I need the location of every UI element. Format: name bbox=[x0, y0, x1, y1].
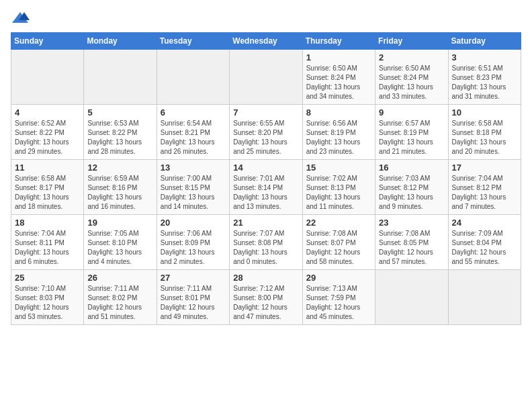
day-number: 3 bbox=[452, 52, 517, 62]
day-info: Sunrise: 7:01 AM Sunset: 8:14 PM Dayligh… bbox=[233, 174, 298, 212]
day-number: 23 bbox=[379, 218, 444, 228]
day-number: 21 bbox=[233, 218, 298, 228]
calendar-cell bbox=[375, 270, 448, 325]
calendar-cell: 2Sunrise: 6:50 AM Sunset: 8:24 PM Daylig… bbox=[375, 50, 448, 105]
day-info: Sunrise: 6:56 AM Sunset: 8:19 PM Dayligh… bbox=[306, 119, 371, 156]
day-info: Sunrise: 6:53 AM Sunset: 8:22 PM Dayligh… bbox=[87, 119, 152, 156]
calendar-cell: 27Sunrise: 7:11 AM Sunset: 8:01 PM Dayli… bbox=[157, 270, 229, 325]
calendar-cell: 9Sunrise: 6:57 AM Sunset: 8:19 PM Daylig… bbox=[375, 105, 448, 160]
week-row-1: 1Sunrise: 6:50 AM Sunset: 8:24 PM Daylig… bbox=[11, 50, 521, 105]
calendar-cell: 4Sunrise: 6:52 AM Sunset: 8:22 PM Daylig… bbox=[11, 105, 84, 160]
day-number: 14 bbox=[233, 163, 298, 173]
day-info: Sunrise: 6:50 AM Sunset: 8:24 PM Dayligh… bbox=[379, 64, 444, 101]
logo bbox=[11, 11, 32, 26]
day-info: Sunrise: 7:12 AM Sunset: 8:00 PM Dayligh… bbox=[233, 284, 298, 322]
calendar-cell bbox=[448, 270, 521, 325]
day-info: Sunrise: 6:50 AM Sunset: 8:24 PM Dayligh… bbox=[306, 64, 371, 101]
day-number: 20 bbox=[161, 218, 226, 228]
calendar-cell: 12Sunrise: 6:59 AM Sunset: 8:16 PM Dayli… bbox=[84, 160, 157, 215]
day-number: 5 bbox=[87, 107, 152, 118]
calendar-cell bbox=[11, 50, 84, 105]
day-info: Sunrise: 7:11 AM Sunset: 8:01 PM Dayligh… bbox=[161, 284, 226, 322]
calendar-cell bbox=[230, 50, 302, 105]
calendar-cell: 14Sunrise: 7:01 AM Sunset: 8:14 PM Dayli… bbox=[230, 160, 302, 215]
day-number: 16 bbox=[379, 163, 444, 173]
calendar-cell: 6Sunrise: 6:54 AM Sunset: 8:21 PM Daylig… bbox=[157, 105, 229, 160]
day-info: Sunrise: 7:10 AM Sunset: 8:03 PM Dayligh… bbox=[15, 284, 80, 322]
day-number: 7 bbox=[233, 107, 298, 118]
day-number: 24 bbox=[452, 218, 517, 228]
week-row-2: 4Sunrise: 6:52 AM Sunset: 8:22 PM Daylig… bbox=[11, 105, 521, 160]
calendar-cell: 8Sunrise: 6:56 AM Sunset: 8:19 PM Daylig… bbox=[302, 105, 375, 160]
day-info: Sunrise: 7:03 AM Sunset: 8:12 PM Dayligh… bbox=[379, 174, 444, 212]
logo-icon bbox=[11, 11, 30, 26]
calendar-cell: 24Sunrise: 7:09 AM Sunset: 8:04 PM Dayli… bbox=[448, 215, 521, 270]
day-info: Sunrise: 7:08 AM Sunset: 8:05 PM Dayligh… bbox=[379, 229, 444, 267]
day-number: 4 bbox=[15, 107, 80, 118]
day-number: 9 bbox=[379, 107, 444, 118]
calendar-cell: 10Sunrise: 6:58 AM Sunset: 8:18 PM Dayli… bbox=[448, 105, 521, 160]
day-info: Sunrise: 7:02 AM Sunset: 8:13 PM Dayligh… bbox=[306, 174, 371, 212]
day-info: Sunrise: 6:58 AM Sunset: 8:18 PM Dayligh… bbox=[452, 119, 517, 156]
calendar-cell: 13Sunrise: 7:00 AM Sunset: 8:15 PM Dayli… bbox=[157, 160, 229, 215]
calendar-cell: 11Sunrise: 6:58 AM Sunset: 8:17 PM Dayli… bbox=[11, 160, 84, 215]
day-info: Sunrise: 6:51 AM Sunset: 8:23 PM Dayligh… bbox=[452, 64, 517, 101]
calendar-cell: 28Sunrise: 7:12 AM Sunset: 8:00 PM Dayli… bbox=[230, 270, 302, 325]
day-info: Sunrise: 7:06 AM Sunset: 8:09 PM Dayligh… bbox=[161, 229, 226, 267]
day-number: 13 bbox=[161, 163, 226, 173]
day-info: Sunrise: 6:52 AM Sunset: 8:22 PM Dayligh… bbox=[15, 119, 80, 156]
header-row: SundayMondayTuesdayWednesdayThursdayFrid… bbox=[11, 33, 521, 50]
day-info: Sunrise: 7:09 AM Sunset: 8:04 PM Dayligh… bbox=[452, 229, 517, 267]
day-info: Sunrise: 6:57 AM Sunset: 8:19 PM Dayligh… bbox=[379, 119, 444, 156]
day-info: Sunrise: 7:00 AM Sunset: 8:15 PM Dayligh… bbox=[161, 174, 226, 212]
day-info: Sunrise: 6:58 AM Sunset: 8:17 PM Dayligh… bbox=[15, 174, 80, 212]
day-info: Sunrise: 7:11 AM Sunset: 8:02 PM Dayligh… bbox=[87, 284, 152, 322]
day-info: Sunrise: 6:54 AM Sunset: 8:21 PM Dayligh… bbox=[161, 119, 226, 156]
calendar-cell: 25Sunrise: 7:10 AM Sunset: 8:03 PM Dayli… bbox=[11, 270, 84, 325]
header-cell-thursday: Thursday bbox=[302, 33, 375, 50]
day-number: 2 bbox=[379, 52, 444, 62]
calendar-cell: 22Sunrise: 7:08 AM Sunset: 8:07 PM Dayli… bbox=[302, 215, 375, 270]
day-number: 17 bbox=[452, 163, 517, 173]
header-cell-wednesday: Wednesday bbox=[230, 33, 302, 50]
day-number: 1 bbox=[306, 52, 371, 62]
day-info: Sunrise: 7:08 AM Sunset: 8:07 PM Dayligh… bbox=[306, 229, 371, 267]
calendar-cell bbox=[157, 50, 229, 105]
day-number: 29 bbox=[306, 273, 371, 283]
calendar-cell: 23Sunrise: 7:08 AM Sunset: 8:05 PM Dayli… bbox=[375, 215, 448, 270]
calendar-cell: 29Sunrise: 7:13 AM Sunset: 7:59 PM Dayli… bbox=[302, 270, 375, 325]
day-info: Sunrise: 7:04 AM Sunset: 8:12 PM Dayligh… bbox=[452, 174, 517, 212]
day-number: 6 bbox=[161, 107, 226, 118]
calendar-cell: 20Sunrise: 7:06 AM Sunset: 8:09 PM Dayli… bbox=[157, 215, 229, 270]
header bbox=[11, 11, 521, 26]
calendar-table: SundayMondayTuesdayWednesdayThursdayFrid… bbox=[11, 32, 521, 325]
day-number: 11 bbox=[15, 163, 80, 173]
week-row-4: 18Sunrise: 7:04 AM Sunset: 8:11 PM Dayli… bbox=[11, 215, 521, 270]
day-info: Sunrise: 7:04 AM Sunset: 8:11 PM Dayligh… bbox=[15, 229, 80, 267]
calendar-cell: 16Sunrise: 7:03 AM Sunset: 8:12 PM Dayli… bbox=[375, 160, 448, 215]
calendar-cell: 15Sunrise: 7:02 AM Sunset: 8:13 PM Dayli… bbox=[302, 160, 375, 215]
week-row-3: 11Sunrise: 6:58 AM Sunset: 8:17 PM Dayli… bbox=[11, 160, 521, 215]
day-info: Sunrise: 7:07 AM Sunset: 8:08 PM Dayligh… bbox=[233, 229, 298, 267]
day-number: 18 bbox=[15, 218, 80, 228]
day-number: 8 bbox=[306, 107, 371, 118]
day-number: 28 bbox=[233, 273, 298, 283]
calendar-cell: 7Sunrise: 6:55 AM Sunset: 8:20 PM Daylig… bbox=[230, 105, 302, 160]
day-number: 15 bbox=[306, 163, 371, 173]
calendar-cell: 17Sunrise: 7:04 AM Sunset: 8:12 PM Dayli… bbox=[448, 160, 521, 215]
calendar-cell: 3Sunrise: 6:51 AM Sunset: 8:23 PM Daylig… bbox=[448, 50, 521, 105]
day-number: 25 bbox=[15, 273, 80, 283]
calendar-body: 1Sunrise: 6:50 AM Sunset: 8:24 PM Daylig… bbox=[11, 50, 521, 325]
day-info: Sunrise: 7:05 AM Sunset: 8:10 PM Dayligh… bbox=[87, 229, 152, 267]
day-number: 19 bbox=[87, 218, 152, 228]
day-number: 27 bbox=[161, 273, 226, 283]
header-cell-sunday: Sunday bbox=[11, 33, 84, 50]
day-number: 22 bbox=[306, 218, 371, 228]
day-number: 26 bbox=[87, 273, 152, 283]
day-number: 10 bbox=[452, 107, 517, 118]
day-info: Sunrise: 7:13 AM Sunset: 7:59 PM Dayligh… bbox=[306, 284, 371, 322]
day-info: Sunrise: 6:59 AM Sunset: 8:16 PM Dayligh… bbox=[87, 174, 152, 212]
calendar-header: SundayMondayTuesdayWednesdayThursdayFrid… bbox=[11, 33, 521, 50]
calendar-cell: 1Sunrise: 6:50 AM Sunset: 8:24 PM Daylig… bbox=[302, 50, 375, 105]
calendar-cell: 21Sunrise: 7:07 AM Sunset: 8:08 PM Dayli… bbox=[230, 215, 302, 270]
